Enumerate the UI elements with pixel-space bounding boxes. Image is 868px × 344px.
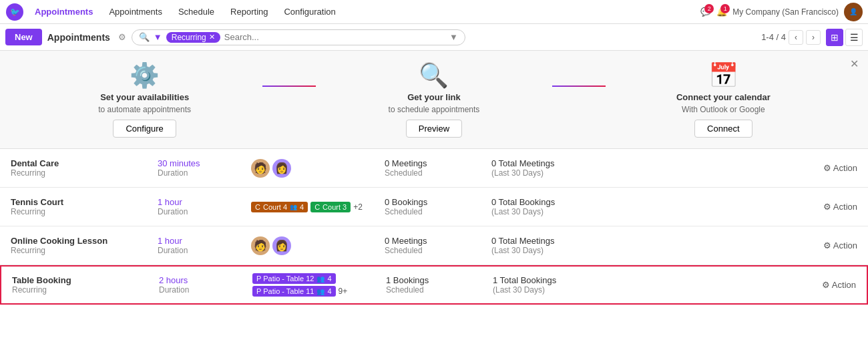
- notifications-badge: 1: [720, 4, 730, 13]
- tag-letter: C: [314, 203, 320, 211]
- messages-icon-wrapper[interactable]: 💬 2: [700, 7, 711, 17]
- total-value: 0 Total Meetings: [491, 158, 625, 168]
- nav-link-reporting[interactable]: Reporting: [224, 4, 274, 19]
- step2-title: Get your link: [407, 92, 460, 102]
- scheduled-value: 0 Meetings: [385, 236, 491, 246]
- row-action-col: ⚙ Action: [625, 163, 857, 173]
- total-sub: (Last 30 Days): [493, 285, 626, 295]
- prev-page-button[interactable]: ‹: [789, 30, 803, 45]
- search-icon: 🔍: [139, 32, 150, 42]
- row-people-col: C Court 4 👥4 C Court 3 +2: [251, 202, 385, 212]
- app-logo: 🐦: [5, 3, 24, 21]
- row-duration-col: 1 hour Duration: [158, 197, 251, 216]
- row-total-col: 0 Total Meetings (Last 30 Days): [491, 236, 625, 255]
- banner-step-connect: 📅 Connect your calendar With Outlook or …: [606, 61, 841, 138]
- onboarding-banner: ✕ ⚙️ Set your availabilities to automate…: [0, 51, 868, 149]
- people-icon: 👥: [316, 288, 324, 295]
- search-bar: 🔍 ▼ Recurring ✕ ▼: [132, 29, 465, 45]
- total-value: 0 Total Meetings: [491, 236, 625, 246]
- total-sub: (Last 30 Days): [491, 246, 625, 255]
- calendar-icon: 📅: [708, 61, 738, 90]
- view-buttons: ⊞ ☰: [826, 29, 863, 46]
- row-name-col: Table Booking Recurring: [12, 275, 159, 295]
- nav-link-appointments2[interactable]: Appointments: [102, 4, 169, 19]
- action-button[interactable]: ⚙ Action: [822, 280, 856, 290]
- duration-value: 1 hour: [158, 236, 251, 246]
- appointment-type: Recurring: [12, 285, 159, 295]
- step1-subtitle: to automate appointments: [98, 105, 191, 114]
- action-button[interactable]: ⚙ Action: [823, 202, 857, 212]
- action-button[interactable]: ⚙ Action: [823, 163, 857, 173]
- link-icon: 🔍: [419, 61, 449, 90]
- duration-label: Duration: [158, 246, 251, 255]
- appointment-name: Online Cooking Lesson: [11, 236, 158, 246]
- next-page-button[interactable]: ›: [806, 30, 821, 45]
- preview-button[interactable]: Preview: [406, 120, 462, 138]
- appointment-name: Tennis Court: [11, 197, 158, 207]
- row-total-col: 0 Total Bookings (Last 30 Days): [491, 197, 625, 216]
- tag-letter: C: [255, 203, 260, 211]
- filter-remove-button[interactable]: ✕: [209, 33, 215, 41]
- banner-close-button[interactable]: ✕: [850, 57, 859, 70]
- nav-link-configuration[interactable]: Configuration: [277, 4, 342, 19]
- row-duration-col: 1 hour Duration: [158, 236, 251, 255]
- action-button[interactable]: ⚙ Action: [823, 240, 857, 250]
- search-input[interactable]: [224, 32, 445, 42]
- step3-subtitle: With Outlook or Google: [682, 105, 765, 114]
- duration-label: Duration: [158, 168, 251, 178]
- gear-setup-icon: ⚙️: [130, 61, 160, 90]
- row-total-col: 1 Total Bookings (Last 30 Days): [493, 275, 626, 295]
- connect-button[interactable]: Connect: [694, 120, 752, 138]
- list-view-button[interactable]: ☰: [845, 29, 863, 46]
- row-action-col: ⚙ Action: [625, 240, 857, 250]
- page-title: Appointments: [47, 32, 110, 43]
- notifications-icon-wrapper[interactable]: 🔔 1: [716, 7, 727, 17]
- table-row: Tennis Court Recurring 1 hour Duration C…: [0, 188, 868, 226]
- table-row: Online Cooking Lesson Recurring 1 hour D…: [0, 226, 868, 265]
- search-dropdown-arrow[interactable]: ▼: [449, 32, 458, 42]
- kanban-view-button[interactable]: ⊞: [826, 29, 843, 46]
- step-connector-1: [262, 85, 316, 87]
- new-button[interactable]: New: [5, 29, 42, 45]
- table-row: Dental Care Recurring 30 minutes Duratio…: [0, 149, 868, 188]
- row-total-col: 0 Total Meetings (Last 30 Days): [491, 158, 625, 178]
- duration-value: 30 minutes: [158, 158, 251, 168]
- row-name-col: Online Cooking Lesson Recurring: [11, 236, 158, 255]
- top-navigation: 🐦 Appointments Appointments Schedule Rep…: [0, 0, 868, 24]
- more-resources-badge: 9+: [339, 287, 348, 296]
- appointment-type: Recurring: [11, 168, 158, 178]
- user-avatar[interactable]: 👤: [844, 3, 863, 21]
- nav-link-schedule[interactable]: Schedule: [172, 4, 221, 19]
- settings-icon[interactable]: ⚙: [118, 32, 126, 42]
- row-people-col: 🧑 👩: [251, 236, 385, 255]
- row-scheduled-col: 0 Meetings Scheduled: [385, 236, 491, 255]
- scheduled-label: Scheduled: [385, 207, 491, 216]
- pagination-text: 1-4 / 4: [761, 32, 786, 42]
- scheduled-label: Scheduled: [385, 168, 491, 178]
- row-action-col: ⚙ Action: [625, 202, 857, 212]
- nav-links: Appointments Appointments Schedule Repor…: [28, 4, 700, 19]
- duration-value: 1 hour: [158, 197, 251, 207]
- people-icon: 👥: [290, 204, 297, 210]
- appointments-table: Dental Care Recurring 30 minutes Duratio…: [0, 149, 868, 305]
- total-value: 1 Total Bookings: [493, 275, 626, 285]
- pagination: 1-4 / 4 ‹ ›: [761, 30, 821, 45]
- row-people-col: 🧑 👩: [251, 159, 385, 178]
- action-bar: New Appointments ⚙ 🔍 ▼ Recurring ✕ ▼ 1-4…: [0, 24, 868, 51]
- total-sub: (Last 30 Days): [491, 207, 625, 216]
- banner-step-configure: ⚙️ Set your availabilities to automate a…: [27, 61, 262, 138]
- recurring-filter-tag[interactable]: Recurring ✕: [166, 32, 220, 43]
- person-avatar: 🧑: [251, 159, 270, 178]
- filter-tag-label: Recurring: [172, 33, 206, 42]
- step1-title: Set your availabilities: [100, 92, 189, 102]
- row-name-col: Tennis Court Recurring: [11, 197, 158, 216]
- row-scheduled-col: 0 Bookings Scheduled: [385, 197, 491, 216]
- nav-link-appointments[interactable]: Appointments: [28, 4, 99, 19]
- row-duration-col: 2 hours Duration: [159, 275, 252, 295]
- scheduled-label: Scheduled: [385, 246, 491, 255]
- resource-tag: P Patio - Table 11 👥4: [252, 286, 336, 297]
- configure-button[interactable]: Configure: [113, 120, 176, 138]
- row-people-col: P Patio - Table 12 👥4 P Patio - Table 11…: [252, 273, 386, 297]
- appointment-name: Dental Care: [11, 158, 158, 168]
- company-name: My Company (San Francisco): [732, 7, 839, 17]
